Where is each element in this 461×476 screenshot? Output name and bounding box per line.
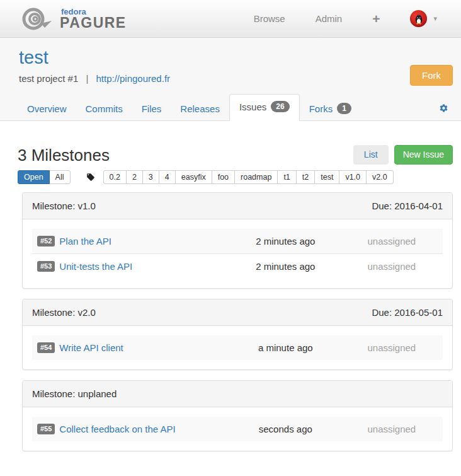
tag-button[interactable]: v1.0 (339, 170, 367, 184)
tag-button[interactable]: easyfix (175, 170, 212, 184)
milestone-panel-body: #55 Collect feedback on the API seconds … (23, 407, 452, 451)
page-title: test (19, 47, 461, 68)
tag-button[interactable]: t2 (296, 170, 315, 184)
user-menu[interactable]: ▾ (410, 10, 437, 27)
milestone-panel-v2.0: Milestone: v2.0 Due: 2016-05-01 #54 Writ… (22, 299, 453, 370)
penguin-icon (413, 13, 424, 25)
issue-assignee: unassigned (346, 342, 438, 353)
issue-row: #52 Plan the API 2 minutes ago unassigne… (32, 229, 443, 253)
snail-logo-icon (19, 6, 54, 32)
brand-pagure-label: PAGURE (60, 16, 127, 30)
issue-row: #54 Write API client a minute ago unassi… (32, 335, 443, 360)
milestone-due-date: Due: 2016-04-01 (372, 200, 443, 211)
tab-forks[interactable]: Forks 1 (300, 96, 361, 120)
issue-title: Collect feedback on the API (59, 424, 175, 434)
issue-title-cell: #55 Collect feedback on the API (37, 424, 225, 434)
tab-releases[interactable]: Releases (171, 97, 229, 120)
meta-separator: | (86, 73, 88, 84)
milestone-title: Milestone: v2.0 (32, 307, 96, 318)
tab-overview[interactable]: Overview (18, 97, 76, 120)
tag-button[interactable]: 2 (126, 170, 143, 184)
issue-link[interactable]: #53 Unit-tests the API (37, 261, 132, 272)
list-view-button[interactable]: List (353, 145, 389, 165)
filter-row: Open All 0.2 2 3 4 easyfix foo roadmap t… (18, 170, 453, 184)
tab-commits[interactable]: Commits (76, 97, 132, 120)
tag-button[interactable]: 0.2 (103, 170, 127, 184)
issue-id-badge: #52 (37, 236, 55, 247)
project-header: test test project #1 | http://pingoured.… (0, 38, 461, 121)
tag-icon (86, 173, 95, 182)
nav-admin-link[interactable]: Admin (316, 13, 343, 24)
project-description: test project #1 (19, 73, 78, 84)
milestone-title: Milestone: v1.0 (32, 200, 96, 211)
tab-files[interactable]: Files (132, 97, 171, 120)
issue-link[interactable]: #54 Write API client (37, 342, 123, 353)
project-meta: test project #1 | http://pingoured.fr (19, 73, 461, 84)
tag-button[interactable]: 3 (142, 170, 159, 184)
issue-id-badge: #55 (37, 424, 55, 434)
nav-browse-link[interactable]: Browse (254, 13, 285, 24)
filter-all-button[interactable]: All (49, 170, 71, 184)
new-issue-button[interactable]: New Issue (394, 145, 453, 165)
tag-button[interactable]: foo (212, 170, 235, 184)
avatar (410, 10, 427, 27)
pagure-home-link[interactable]: fedora PAGURE (19, 6, 127, 32)
issue-title-cell: #54 Write API client (37, 342, 225, 353)
tag-button[interactable]: 4 (159, 170, 176, 184)
milestone-panel-unplaned: Milestone: unplaned #55 Collect feedback… (22, 380, 453, 451)
issues-count-badge: 26 (271, 101, 289, 112)
milestones-page: 3 Milestones List New Issue Open All 0.2… (0, 145, 461, 451)
issue-assignee: unassigned (346, 261, 438, 272)
milestone-panel-body: #54 Write API client a minute ago unassi… (23, 326, 452, 369)
issue-id-badge: #53 (37, 261, 55, 272)
tab-issues-label: Issues (239, 102, 266, 112)
issue-title-cell: #53 Unit-tests the API (37, 261, 225, 272)
issue-id-badge: #54 (37, 342, 55, 353)
tag-button[interactable]: roadmap (234, 170, 278, 184)
milestone-panel-heading: Milestone: unplaned (23, 381, 452, 407)
issue-modified: a minute ago (225, 342, 346, 353)
toolbar-actions: List New Issue (353, 145, 453, 165)
tag-filter-group: 0.2 2 3 4 easyfix foo roadmap t1 t2 test… (103, 170, 394, 184)
caret-down-icon: ▾ (433, 15, 437, 23)
project-tabs: Overview Commits Files Releases Issues 2… (0, 94, 461, 121)
milestone-due-date: Due: 2016-05-01 (372, 307, 443, 318)
milestone-panel-heading: Milestone: v1.0 Due: 2016-04-01 (23, 193, 452, 219)
plus-icon[interactable]: + (372, 12, 380, 25)
milestone-panel-v1.0: Milestone: v1.0 Due: 2016-04-01 #52 Plan… (22, 192, 453, 289)
brand-wordmark: fedora PAGURE (60, 8, 127, 30)
gear-icon[interactable] (439, 103, 448, 113)
milestones-toolbar: 3 Milestones List New Issue (18, 145, 453, 165)
issue-modified: 2 minutes ago (225, 236, 346, 247)
fork-button[interactable]: Fork (410, 65, 453, 86)
issue-row: #53 Unit-tests the API 2 minutes ago una… (32, 253, 443, 279)
filter-open-button[interactable]: Open (18, 170, 50, 184)
milestone-title: Milestone: unplaned (32, 388, 117, 399)
navbar-links: Browse Admin + ▾ (254, 10, 437, 27)
tag-button[interactable]: test (314, 170, 339, 184)
issue-modified: 2 minutes ago (225, 261, 346, 272)
milestone-panel-body: #52 Plan the API 2 minutes ago unassigne… (23, 219, 452, 288)
issue-title: Unit-tests the API (59, 261, 132, 272)
tag-button[interactable]: t1 (277, 170, 296, 184)
milestones-heading: 3 Milestones (18, 146, 110, 165)
tab-forks-label: Forks (309, 103, 333, 114)
issue-title: Write API client (59, 342, 123, 353)
tag-button[interactable]: v2.0 (366, 170, 394, 184)
issue-assignee: unassigned (346, 424, 438, 434)
issue-title: Plan the API (59, 236, 111, 247)
status-filter-group: Open All (18, 170, 71, 184)
top-navbar: fedora PAGURE Browse Admin + ▾ (0, 0, 461, 38)
project-url-link[interactable]: http://pingoured.fr (96, 73, 170, 84)
issue-title-cell: #52 Plan the API (37, 236, 225, 247)
issue-row: #55 Collect feedback on the API seconds … (32, 417, 443, 441)
milestone-panel-heading: Milestone: v2.0 Due: 2016-05-01 (23, 299, 452, 326)
tab-issues[interactable]: Issues 26 (229, 94, 300, 121)
issue-modified: seconds ago (225, 424, 346, 434)
issue-assignee: unassigned (346, 236, 438, 247)
forks-count-badge: 1 (337, 103, 351, 114)
issue-link[interactable]: #52 Plan the API (37, 236, 111, 247)
issue-link[interactable]: #55 Collect feedback on the API (37, 424, 176, 434)
